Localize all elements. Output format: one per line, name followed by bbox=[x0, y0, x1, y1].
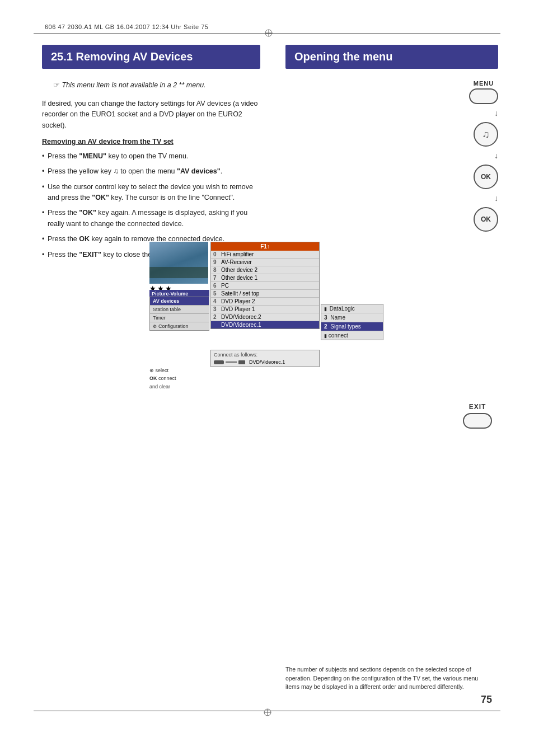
connect-device-label: DVD/Videorec.1 bbox=[249, 359, 285, 365]
av-row-other2[interactable]: 8 Other device 2 bbox=[211, 266, 319, 274]
timer-item[interactable]: Timer bbox=[150, 313, 209, 322]
bullet-1: Press the "MENU" key to open the TV menu… bbox=[42, 151, 260, 162]
section-title: 25.1 Removing AV Devices bbox=[42, 45, 260, 69]
exit-label: EXIT bbox=[469, 403, 486, 411]
select-control: ⊕ select bbox=[149, 367, 176, 374]
bottom-controls: ⊕ select OK connect and clear bbox=[149, 367, 176, 391]
av-devices-panel: F1↑ 0 HiFi amplifier 9 AV-Receiver 8 Oth… bbox=[210, 242, 320, 329]
sub-row-datalogic[interactable]: ▮ DataLogic bbox=[321, 304, 383, 313]
tv-preview-image bbox=[149, 242, 209, 284]
av-label-other1: Other device 1 bbox=[221, 275, 317, 281]
sub-row-name[interactable]: 3 Name bbox=[321, 313, 383, 322]
sub-panel: ▮ DataLogic 3 Name 2 Signal types ▮ conn… bbox=[321, 304, 383, 340]
crosshair-bottom-icon bbox=[263, 708, 272, 719]
remote-sequence: MENU ↓ ♫ ↓ OK ↓ OK bbox=[285, 80, 498, 232]
subheading: Removing an AV device from the TV set bbox=[42, 138, 260, 145]
av-row-other1[interactable]: 7 Other device 1 bbox=[211, 274, 319, 282]
exit-button[interactable] bbox=[463, 413, 492, 429]
music-button-item: ♫ bbox=[474, 122, 498, 147]
menu-button-item: MENU bbox=[469, 80, 498, 104]
and-clear-control: and clear bbox=[149, 383, 176, 391]
connect-section: Connect as follows: DVD/Videorec.1 bbox=[210, 350, 320, 367]
av-label-sat: Satellit / set top bbox=[221, 290, 317, 297]
av-row-receiver[interactable]: 9 AV-Receiver bbox=[211, 259, 319, 266]
italic-note: This menu item is not available in a 2 *… bbox=[42, 80, 260, 91]
sub-row-signal[interactable]: 2 Signal types bbox=[321, 322, 383, 331]
av-label-dvd1: DVD/Videorec.1 bbox=[221, 322, 317, 328]
music-button[interactable]: ♫ bbox=[474, 122, 498, 147]
exit-area: EXIT bbox=[463, 403, 492, 429]
av-row-dvd3[interactable]: 3 DVD Player 1 bbox=[211, 306, 319, 313]
body-text: If desired, you can change the factory s… bbox=[42, 98, 260, 131]
bullet-2: Press the yellow key ♫ to open the menu … bbox=[42, 166, 260, 177]
configuration-item[interactable]: ⚙ Configuration bbox=[150, 322, 209, 330]
bullet-3: Use the cursor control key to select the… bbox=[42, 182, 260, 204]
footer-note: The number of subjects and sections depe… bbox=[285, 665, 493, 692]
av-row-sat[interactable]: 5 Satellit / set top bbox=[211, 290, 319, 298]
av-label-other2: Other device 2 bbox=[221, 267, 317, 273]
page-number: 75 bbox=[481, 694, 492, 706]
station-table-item[interactable]: Station table bbox=[150, 305, 209, 313]
av-devices-item[interactable]: AV devices bbox=[150, 297, 209, 305]
av-label-hifi: HiFi amplifier bbox=[221, 251, 317, 257]
av-row-hifi[interactable]: 0 HiFi amplifier bbox=[211, 251, 319, 259]
av-label-dvd3: DVD Player 1 bbox=[221, 306, 317, 312]
av-label-dvd4: DVD Player 2 bbox=[221, 298, 317, 304]
sub-row-connect[interactable]: ▮ connect bbox=[321, 331, 383, 340]
av-label-receiver: AV-Receiver bbox=[221, 259, 317, 265]
arrow-down-icon-3: ↓ bbox=[494, 194, 498, 203]
left-menu-panel: AV devices Station table Timer ⚙ Configu… bbox=[149, 297, 209, 331]
av-panel-header: F1↑ bbox=[211, 242, 319, 251]
connect-label: Connect as follows: bbox=[214, 352, 316, 358]
av-row-dvd4[interactable]: 4 DVD Player 2 bbox=[211, 298, 319, 306]
right-column: Opening the menu MENU ↓ ♫ ↓ OK ↓ OK bbox=[285, 45, 498, 232]
av-label-pc: PC bbox=[221, 283, 317, 289]
ok-button-1[interactable]: OK bbox=[474, 165, 498, 189]
bullet-4: Press the "OK" key again. A message is d… bbox=[42, 208, 260, 229]
right-section-title: Opening the menu bbox=[285, 45, 498, 69]
connect-line: DVD/Videorec.1 bbox=[214, 359, 316, 365]
av-label-dvd2: DVD/Videorec.2 bbox=[221, 314, 317, 320]
av-row-dvd2[interactable]: 2 DVD/Videorec.2 bbox=[211, 313, 319, 321]
crosshair-top-icon bbox=[264, 29, 273, 40]
ok-connect-control: OK connect bbox=[149, 374, 176, 382]
ok-button-item-2: OK bbox=[474, 207, 498, 232]
menu-button[interactable] bbox=[469, 88, 498, 104]
arrow-down-icon-2: ↓ bbox=[494, 151, 498, 160]
left-column: 25.1 Removing AV Devices This menu item … bbox=[42, 45, 260, 265]
ok-button-item-1: OK bbox=[474, 165, 498, 189]
av-row-dvd1[interactable]: DVD/Videorec.1 bbox=[211, 321, 319, 328]
av-row-pc[interactable]: 6 PC bbox=[211, 282, 319, 290]
menu-label: MENU bbox=[474, 80, 494, 87]
header-meta: 606 47 2030.A1 ML GB 16.04.2007 12:34 Uh… bbox=[45, 24, 208, 30]
ok-button-2[interactable]: OK bbox=[474, 207, 498, 232]
arrow-down-icon: ↓ bbox=[494, 109, 498, 118]
